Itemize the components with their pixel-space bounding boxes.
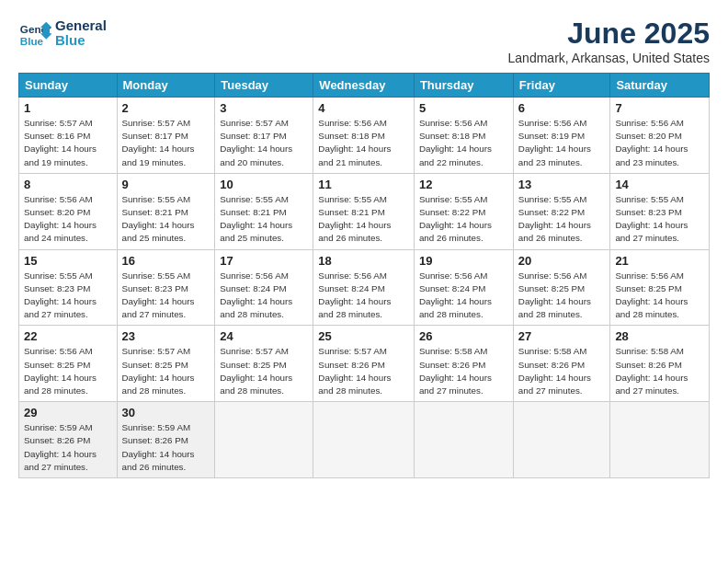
- logo-icon: General Blue: [18, 17, 51, 50]
- table-row: 6Sunrise: 5:56 AM Sunset: 8:19 PM Daylig…: [513, 98, 610, 174]
- table-row: 10Sunrise: 5:55 AM Sunset: 8:21 PM Dayli…: [215, 173, 313, 249]
- day-number: 13: [518, 178, 606, 191]
- header-friday: Friday: [513, 74, 610, 98]
- calendar-week-row: 22Sunrise: 5:56 AM Sunset: 8:25 PM Dayli…: [19, 326, 710, 402]
- day-info: Sunrise: 5:55 AM Sunset: 8:23 PM Dayligh…: [24, 270, 112, 322]
- day-number: 23: [122, 329, 210, 343]
- day-info: Sunrise: 5:56 AM Sunset: 8:20 PM Dayligh…: [615, 117, 704, 169]
- day-number: 16: [122, 254, 210, 268]
- table-row: 9Sunrise: 5:55 AM Sunset: 8:21 PM Daylig…: [117, 173, 215, 249]
- day-info: Sunrise: 5:56 AM Sunset: 8:18 PM Dayligh…: [318, 117, 409, 169]
- table-row: 12Sunrise: 5:55 AM Sunset: 8:22 PM Dayli…: [414, 173, 513, 249]
- day-number: 18: [318, 254, 409, 268]
- logo-blue: Blue: [55, 33, 107, 49]
- table-row: 30Sunrise: 5:59 AM Sunset: 8:26 PM Dayli…: [117, 402, 215, 478]
- table-row: 22Sunrise: 5:56 AM Sunset: 8:25 PM Dayli…: [19, 326, 118, 402]
- calendar-page: General Blue General Blue June 2025 Land…: [0, 0, 728, 563]
- day-info: Sunrise: 5:56 AM Sunset: 8:18 PM Dayligh…: [419, 117, 508, 169]
- day-number: 10: [220, 178, 308, 191]
- calendar-table: Sunday Monday Tuesday Wednesday Thursday…: [18, 73, 710, 478]
- table-row: 13Sunrise: 5:55 AM Sunset: 8:22 PM Dayli…: [513, 173, 610, 249]
- header-thursday: Thursday: [414, 74, 513, 98]
- day-info: Sunrise: 5:55 AM Sunset: 8:21 PM Dayligh…: [318, 193, 409, 246]
- month-title: June 2025: [508, 17, 710, 51]
- table-row: 17Sunrise: 5:56 AM Sunset: 8:24 PM Dayli…: [215, 249, 313, 326]
- day-info: Sunrise: 5:56 AM Sunset: 8:24 PM Dayligh…: [419, 270, 508, 322]
- table-row: 16Sunrise: 5:55 AM Sunset: 8:23 PM Dayli…: [117, 249, 215, 326]
- header-wednesday: Wednesday: [313, 74, 415, 98]
- day-info: Sunrise: 5:56 AM Sunset: 8:24 PM Dayligh…: [220, 270, 308, 322]
- day-info: Sunrise: 5:58 AM Sunset: 8:26 PM Dayligh…: [518, 345, 606, 397]
- day-number: 21: [615, 254, 704, 268]
- day-number: 24: [220, 329, 308, 343]
- day-info: Sunrise: 5:56 AM Sunset: 8:24 PM Dayligh…: [318, 270, 409, 322]
- table-row: 3Sunrise: 5:57 AM Sunset: 8:17 PM Daylig…: [215, 98, 313, 174]
- table-row: 5Sunrise: 5:56 AM Sunset: 8:18 PM Daylig…: [414, 98, 513, 174]
- day-number: 7: [615, 101, 704, 115]
- table-row: 26Sunrise: 5:58 AM Sunset: 8:26 PM Dayli…: [414, 326, 513, 402]
- day-info: Sunrise: 5:55 AM Sunset: 8:23 PM Dayligh…: [615, 193, 704, 246]
- calendar-week-row: 15Sunrise: 5:55 AM Sunset: 8:23 PM Dayli…: [19, 249, 710, 326]
- table-row: 2Sunrise: 5:57 AM Sunset: 8:17 PM Daylig…: [117, 98, 215, 174]
- day-number: 5: [419, 101, 508, 115]
- day-info: Sunrise: 5:57 AM Sunset: 8:17 PM Dayligh…: [122, 117, 210, 169]
- day-number: 30: [122, 406, 210, 419]
- table-row: [414, 402, 513, 478]
- table-row: 25Sunrise: 5:57 AM Sunset: 8:26 PM Dayli…: [313, 326, 415, 402]
- day-number: 11: [318, 178, 409, 191]
- day-number: 17: [220, 254, 308, 268]
- day-number: 6: [518, 101, 606, 115]
- day-number: 12: [419, 178, 508, 191]
- day-number: 14: [615, 178, 704, 191]
- day-number: 29: [24, 406, 112, 419]
- day-info: Sunrise: 5:56 AM Sunset: 8:19 PM Dayligh…: [518, 117, 606, 169]
- day-info: Sunrise: 5:57 AM Sunset: 8:25 PM Dayligh…: [220, 345, 308, 397]
- day-info: Sunrise: 5:58 AM Sunset: 8:26 PM Dayligh…: [419, 345, 508, 397]
- day-info: Sunrise: 5:55 AM Sunset: 8:23 PM Dayligh…: [122, 270, 210, 322]
- table-row: [610, 402, 710, 478]
- header-tuesday: Tuesday: [215, 74, 313, 98]
- table-row: 14Sunrise: 5:55 AM Sunset: 8:23 PM Dayli…: [610, 173, 710, 249]
- day-info: Sunrise: 5:58 AM Sunset: 8:26 PM Dayligh…: [615, 345, 704, 397]
- day-number: 25: [318, 329, 409, 343]
- table-row: 27Sunrise: 5:58 AM Sunset: 8:26 PM Dayli…: [513, 326, 610, 402]
- day-number: 4: [318, 101, 409, 115]
- table-row: 8Sunrise: 5:56 AM Sunset: 8:20 PM Daylig…: [19, 173, 118, 249]
- table-row: [513, 402, 610, 478]
- table-row: 1Sunrise: 5:57 AM Sunset: 8:16 PM Daylig…: [19, 98, 118, 174]
- calendar-header-row: Sunday Monday Tuesday Wednesday Thursday…: [19, 74, 710, 98]
- day-number: 8: [24, 178, 112, 191]
- calendar-week-row: 29Sunrise: 5:59 AM Sunset: 8:26 PM Dayli…: [19, 402, 710, 478]
- header: General Blue General Blue June 2025 Land…: [18, 17, 710, 65]
- logo: General Blue General Blue: [18, 17, 107, 50]
- day-info: Sunrise: 5:55 AM Sunset: 8:22 PM Dayligh…: [518, 193, 606, 246]
- calendar-week-row: 8Sunrise: 5:56 AM Sunset: 8:20 PM Daylig…: [19, 173, 710, 249]
- day-info: Sunrise: 5:56 AM Sunset: 8:20 PM Dayligh…: [24, 193, 112, 246]
- day-info: Sunrise: 5:55 AM Sunset: 8:22 PM Dayligh…: [419, 193, 508, 246]
- day-number: 3: [220, 101, 308, 115]
- table-row: 23Sunrise: 5:57 AM Sunset: 8:25 PM Dayli…: [117, 326, 215, 402]
- table-row: 28Sunrise: 5:58 AM Sunset: 8:26 PM Dayli…: [610, 326, 710, 402]
- table-row: 15Sunrise: 5:55 AM Sunset: 8:23 PM Dayli…: [19, 249, 118, 326]
- table-row: [313, 402, 415, 478]
- day-info: Sunrise: 5:59 AM Sunset: 8:26 PM Dayligh…: [24, 421, 112, 474]
- day-number: 22: [24, 329, 112, 343]
- day-number: 2: [122, 101, 210, 115]
- day-number: 20: [518, 254, 606, 268]
- table-row: 18Sunrise: 5:56 AM Sunset: 8:24 PM Dayli…: [313, 249, 415, 326]
- table-row: 11Sunrise: 5:55 AM Sunset: 8:21 PM Dayli…: [313, 173, 415, 249]
- day-number: 27: [518, 329, 606, 343]
- day-info: Sunrise: 5:57 AM Sunset: 8:16 PM Dayligh…: [24, 117, 112, 169]
- day-number: 26: [419, 329, 508, 343]
- header-sunday: Sunday: [19, 74, 118, 98]
- logo-general: General: [55, 18, 107, 34]
- day-number: 28: [615, 329, 704, 343]
- header-saturday: Saturday: [610, 74, 710, 98]
- location: Landmark, Arkansas, United States: [508, 51, 710, 65]
- table-row: 4Sunrise: 5:56 AM Sunset: 8:18 PM Daylig…: [313, 98, 415, 174]
- day-info: Sunrise: 5:57 AM Sunset: 8:17 PM Dayligh…: [220, 117, 308, 169]
- day-info: Sunrise: 5:56 AM Sunset: 8:25 PM Dayligh…: [615, 270, 704, 322]
- day-info: Sunrise: 5:57 AM Sunset: 8:25 PM Dayligh…: [122, 345, 210, 397]
- day-info: Sunrise: 5:59 AM Sunset: 8:26 PM Dayligh…: [122, 421, 210, 474]
- calendar-week-row: 1Sunrise: 5:57 AM Sunset: 8:16 PM Daylig…: [19, 98, 710, 174]
